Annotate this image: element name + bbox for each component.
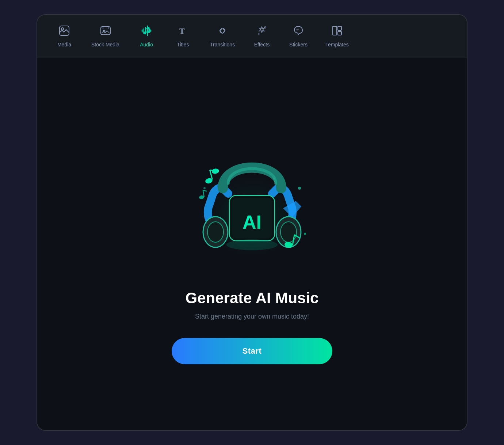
app-container: Media Stock Media bbox=[37, 14, 467, 431]
transitions-label: Transitions bbox=[210, 42, 235, 47]
toolbar-item-effects[interactable]: Effects bbox=[244, 21, 280, 52]
titles-icon: T bbox=[177, 25, 188, 39]
svg-point-10 bbox=[264, 27, 266, 28]
svg-point-23 bbox=[226, 239, 278, 250]
stock-media-label: Stock Media bbox=[91, 42, 119, 47]
generate-title: Generate AI Music bbox=[186, 289, 319, 307]
templates-label: Templates bbox=[325, 42, 349, 47]
main-content: AI bbox=[37, 58, 467, 430]
svg-point-36 bbox=[304, 233, 306, 235]
start-button[interactable]: Start bbox=[172, 338, 332, 364]
svg-point-16 bbox=[207, 222, 224, 242]
effects-label: Effects bbox=[254, 42, 270, 47]
toolbar-item-stickers[interactable]: Stickers bbox=[280, 21, 317, 52]
svg-rect-13 bbox=[338, 31, 341, 35]
titles-label: Titles bbox=[177, 42, 189, 47]
stickers-label: Stickers bbox=[289, 42, 308, 47]
effects-icon bbox=[256, 25, 267, 39]
media-label: Media bbox=[57, 42, 71, 47]
hero-illustration: AI bbox=[175, 124, 329, 278]
toolbar-item-audio[interactable]: Audio bbox=[128, 21, 165, 52]
media-icon bbox=[59, 25, 70, 39]
svg-text:T: T bbox=[179, 26, 185, 35]
svg-text:AI: AI bbox=[243, 211, 261, 232]
svg-point-35 bbox=[203, 187, 206, 189]
transitions-icon bbox=[217, 25, 228, 39]
stickers-icon bbox=[293, 25, 304, 39]
svg-point-1 bbox=[61, 28, 64, 30]
generate-subtitle: Start generating your own music today! bbox=[195, 313, 309, 320]
templates-icon bbox=[332, 25, 343, 39]
toolbar-item-media[interactable]: Media bbox=[46, 21, 83, 52]
audio-icon bbox=[141, 25, 152, 39]
svg-rect-12 bbox=[338, 26, 341, 30]
toolbar-item-transitions[interactable]: Transitions bbox=[201, 21, 244, 52]
svg-rect-11 bbox=[333, 26, 337, 35]
svg-rect-2 bbox=[101, 27, 110, 35]
toolbar: Media Stock Media bbox=[37, 15, 467, 58]
toolbar-item-templates[interactable]: Templates bbox=[317, 21, 358, 52]
toolbar-item-titles[interactable]: T Titles bbox=[165, 21, 201, 52]
audio-label: Audio bbox=[140, 42, 153, 47]
svg-point-34 bbox=[298, 187, 301, 190]
stock-media-icon bbox=[100, 25, 111, 39]
toolbar-item-stock-media[interactable]: Stock Media bbox=[83, 21, 128, 52]
